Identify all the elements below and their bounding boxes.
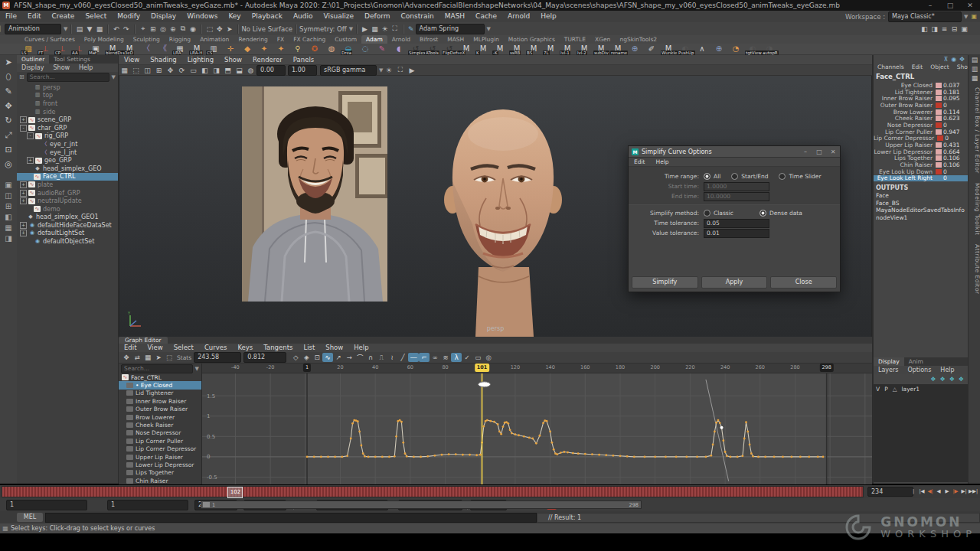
shelf-tab-fx-caching[interactable]: FX Caching bbox=[289, 35, 330, 44]
shelf-tab-sculpting[interactable]: Sculpting bbox=[129, 35, 165, 44]
shelf-tab-turtle[interactable]: TURTLE bbox=[560, 35, 590, 44]
layout-shortcut[interactable]: ⊞ bbox=[0, 199, 17, 210]
layer-panel-icon[interactable]: ❖ bbox=[939, 376, 945, 383]
menu-select[interactable]: Select bbox=[80, 11, 112, 22]
menu-modify[interactable]: Modify bbox=[112, 11, 145, 22]
mel-output-field[interactable]: // Result: 1 bbox=[537, 513, 980, 523]
ge-toolbar-icon[interactable]: ― bbox=[408, 353, 419, 362]
layer-row[interactable]: V P △ layer1 bbox=[874, 384, 968, 393]
viewport-icon[interactable]: ◨ bbox=[211, 67, 222, 74]
shelf-tab-animation[interactable]: Animation bbox=[195, 35, 234, 44]
outliner-item-audioRef_GRP[interactable]: +∿audioRef_GRP bbox=[17, 189, 118, 197]
tool-icon[interactable]: ◎ bbox=[0, 157, 17, 171]
render-icon[interactable]: ⛶ bbox=[390, 24, 400, 33]
time-tolerance-field[interactable]: 0.05 bbox=[704, 219, 769, 228]
layout-shortcut[interactable]: ◨ bbox=[0, 231, 17, 242]
tool-icon[interactable]: ✎ bbox=[0, 84, 17, 99]
outliner-item-head_simplex_GEO[interactable]: ◆head_simplex_GEO bbox=[17, 165, 118, 173]
ge-channel-lip-corner-puller[interactable]: Lip Corner Puller bbox=[119, 437, 201, 445]
ge-toolbar-icon[interactable]: ◇ bbox=[290, 353, 301, 362]
viewport-icon[interactable]: ⊞ bbox=[153, 67, 165, 74]
ge-toolbar-icon[interactable]: ≋ bbox=[440, 353, 451, 362]
transport-button[interactable]: ▶| bbox=[960, 487, 968, 496]
shelf-button-s3ed[interactable]: Ms3eD bbox=[121, 44, 138, 55]
status-icon[interactable]: ⌖ bbox=[138, 24, 148, 33]
side-tab-modeling-toolkit[interactable]: Modeling Toolkit bbox=[969, 178, 980, 240]
selection-highlight-field[interactable]: Adam Spring bbox=[416, 24, 485, 34]
sidebar-toggle-icon[interactable]: ◧ bbox=[920, 25, 929, 33]
ge-menu-show[interactable]: Show bbox=[320, 342, 348, 354]
shelf-tab-poly-modeling[interactable]: Poly Modeling bbox=[80, 35, 129, 44]
close-button[interactable]: ✕ bbox=[960, 2, 980, 9]
layout-shortcut[interactable]: ▣ bbox=[0, 178, 17, 188]
minimize-button[interactable]: – bbox=[920, 2, 940, 9]
mel-command-input[interactable] bbox=[45, 513, 537, 523]
status-icon[interactable]: ⧉ bbox=[178, 24, 188, 33]
dialog-close-button[interactable]: ✕ bbox=[826, 148, 840, 155]
stats-value-field[interactable]: 0.812 bbox=[243, 352, 286, 363]
playhead-marker[interactable]: 101 bbox=[475, 364, 490, 372]
side-tab-attribute-editor[interactable]: Attribute Editor bbox=[969, 240, 980, 299]
ge-toolbar-icon[interactable]: ∿ bbox=[322, 353, 333, 362]
shelf-button[interactable]: ∧ bbox=[694, 44, 710, 55]
ge-toolbar-icon[interactable]: ⊡ bbox=[312, 353, 322, 362]
dialog-menu-help[interactable]: Help bbox=[651, 156, 675, 168]
outliner-menu-show[interactable]: Show bbox=[49, 64, 75, 72]
tool-icon[interactable]: ⊡ bbox=[0, 142, 17, 157]
menu-file[interactable]: File bbox=[0, 11, 22, 22]
shelf-button[interactable]: ◌ bbox=[357, 44, 374, 55]
status-icon[interactable]: ▦ bbox=[94, 25, 104, 33]
close-button[interactable]: Close bbox=[770, 276, 837, 289]
menu-cache[interactable]: Cache bbox=[470, 11, 502, 22]
shelf-button-lra-h[interactable]: MLRA-H bbox=[188, 44, 205, 55]
status-icon[interactable]: ✥ bbox=[214, 25, 224, 33]
radio-time-slider-label[interactable]: Time Slider bbox=[789, 173, 821, 180]
head-model[interactable] bbox=[422, 83, 584, 337]
transport-button[interactable]: |▶ bbox=[952, 487, 959, 496]
menu-mash[interactable]: MASH bbox=[439, 11, 470, 22]
stats-time-field[interactable]: 243.58 bbox=[194, 352, 241, 363]
channel-box-menu-edit[interactable]: Edit bbox=[908, 63, 927, 71]
shelf-button[interactable]: ⚲ bbox=[289, 44, 306, 55]
shelf-button[interactable]: ◖ bbox=[390, 44, 407, 55]
shelf-button-k[interactable]: MK bbox=[475, 44, 492, 55]
layer-panel-icon[interactable]: ❖ bbox=[949, 376, 955, 383]
sidebar-icon[interactable]: ▦ bbox=[969, 73, 980, 83]
tool-icon[interactable]: ⤢ bbox=[0, 128, 17, 142]
graph-editor-search-input[interactable]: Search... bbox=[121, 364, 193, 373]
gamma-field[interactable]: 1.00 bbox=[288, 65, 317, 76]
ge-menu-view[interactable]: View bbox=[142, 342, 168, 354]
ge-toolbar-icon[interactable]: ▭ bbox=[472, 353, 483, 362]
shelf-button-lra[interactable]: ▦LRA bbox=[172, 44, 188, 55]
ge-menu-help[interactable]: Help bbox=[348, 342, 374, 354]
transport-button[interactable]: ◀| bbox=[926, 487, 934, 496]
shelf-button-drea[interactable]: ◒Drea bbox=[340, 44, 357, 55]
ge-channel-lid-tightener[interactable]: Lid Tightener bbox=[119, 390, 201, 397]
ge-channel-cheek-raiser[interactable]: Cheek Raiser bbox=[119, 421, 201, 429]
current-frame-field[interactable]: 234 bbox=[867, 487, 913, 497]
shelf-button--k[interactable]: M-K bbox=[492, 44, 508, 55]
dialog-minimize-button[interactable]: – bbox=[799, 148, 812, 155]
viewport-menu-shading[interactable]: Shading bbox=[145, 54, 182, 66]
radio-start-end[interactable] bbox=[731, 173, 738, 180]
ge-toolbar-icon[interactable]: ↗ bbox=[333, 353, 344, 362]
shelf-button-autopr[interactable]: ◑autopR bbox=[761, 44, 778, 55]
ge-channel-lips-together[interactable]: Lips Together bbox=[119, 469, 201, 477]
sidebar-toggle-icon[interactable]: ≡ bbox=[939, 25, 949, 33]
layer-panel-icon[interactable]: ❖ bbox=[930, 376, 936, 383]
menu-create[interactable]: Create bbox=[47, 11, 80, 22]
ge-channel-upper-lip-raiser[interactable]: Upper Lip Raiser bbox=[119, 453, 201, 461]
menu-display[interactable]: Display bbox=[145, 11, 181, 22]
viewport-icon[interactable]: ☀ bbox=[383, 67, 394, 74]
range-slider[interactable]: 1 298 bbox=[201, 500, 642, 509]
ge-toolbar-icon[interactable]: ✓ bbox=[462, 353, 472, 362]
status-icon[interactable]: ➤ bbox=[224, 25, 234, 33]
shelf-button-rename[interactable]: Mrename bbox=[609, 44, 626, 55]
viewport-icon[interactable]: ⟳ bbox=[176, 67, 188, 74]
radio-classic[interactable] bbox=[704, 210, 710, 217]
channel-cheek-raiser[interactable]: Cheek Raiser0.623 bbox=[874, 115, 968, 122]
ge-channel-eye-closed[interactable]: • Eye Closed bbox=[119, 381, 201, 389]
shelf-tab-xgen[interactable]: XGen bbox=[590, 35, 615, 44]
ge-toolbar-icon[interactable]: ⎍ bbox=[376, 353, 387, 362]
channel-eye-look-left-right[interactable]: Eye Look Left Right0 bbox=[874, 175, 968, 182]
